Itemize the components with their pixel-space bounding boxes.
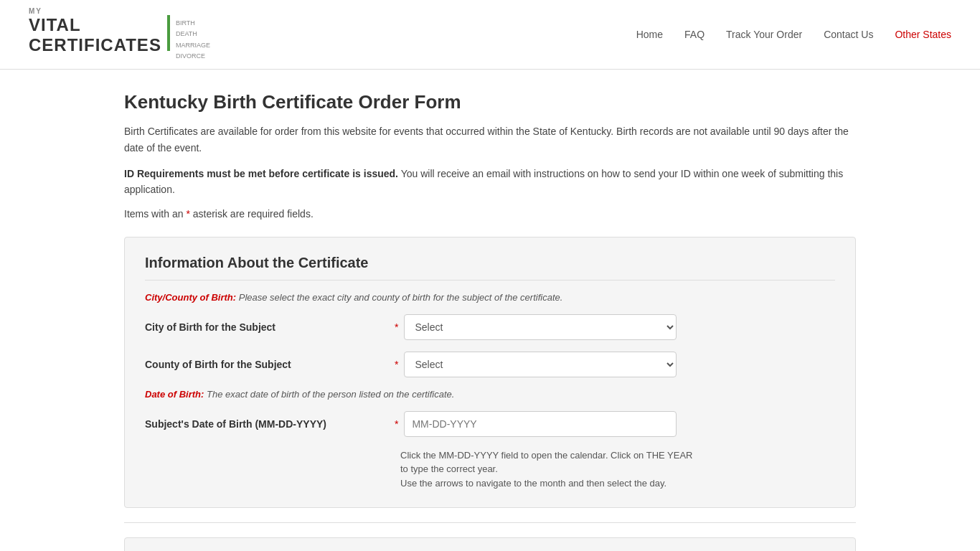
nav-contact-us[interactable]: Contact Us	[824, 29, 873, 40]
nav-faq[interactable]: FAQ	[684, 29, 705, 40]
dob-required-star: *	[395, 418, 398, 430]
section1-title: Information About the Certificate	[145, 255, 835, 281]
required-note: Items with an * asterisk are required fi…	[124, 208, 856, 220]
county-field-label: County of Birth for the Subject	[145, 359, 389, 370]
dob-label: Date of Birth:	[145, 389, 204, 400]
county-birth-row: County of Birth for the Subject * Select	[145, 352, 835, 377]
nav-track-order[interactable]: Track Your Order	[726, 29, 802, 40]
city-county-note: City/County of Birth: Please select the …	[145, 292, 835, 303]
required-note-before: Items with an	[124, 208, 186, 220]
city-birth-row: City of Birth for the Subject * Select	[145, 314, 835, 340]
county-birth-select[interactable]: Select	[404, 352, 677, 377]
city-required-star: *	[395, 321, 398, 333]
section-divider	[124, 522, 856, 523]
dob-row: Subject's Date of Birth (MM-DD-YYYY) *	[145, 411, 835, 437]
id-req-bold: ID Requirements must be met before certi…	[124, 168, 398, 179]
city-field-label: City of Birth for the Subject	[145, 321, 389, 333]
dob-helper: Click the MM-DD-YYYY field to open the c…	[400, 448, 702, 491]
main-content: Kentucky Birth Certificate Order Form Bi…	[95, 91, 885, 551]
dob-field-label: Subject's Date of Birth (MM-DD-YYYY)	[145, 418, 389, 430]
city-county-note-text: Please select the exact city and county …	[239, 292, 563, 303]
nav-home[interactable]: Home	[636, 29, 663, 40]
logo-certificates-text: CERTIFICATES	[29, 35, 161, 55]
city-county-label: City/County of Birth:	[145, 292, 236, 303]
header: MY VITAL CERTIFICATES BIRTH DEATH MARRIA…	[0, 0, 980, 70]
page-title: Kentucky Birth Certificate Order Form	[124, 91, 856, 113]
id-requirements: ID Requirements must be met before certi…	[124, 166, 856, 198]
county-required-star: *	[395, 359, 398, 370]
city-birth-select[interactable]: Select	[404, 314, 677, 340]
required-note-after: asterisk are required fields.	[190, 208, 314, 220]
logo-my: MY	[29, 7, 210, 15]
logo: MY VITAL CERTIFICATES BIRTH DEATH MARRIA…	[29, 7, 210, 62]
main-nav: Home FAQ Track Your Order Contact Us Oth…	[636, 29, 951, 40]
logo-divider	[167, 15, 170, 51]
dob-note-text: The exact date of birth of the person li…	[207, 389, 454, 400]
logo-subtitle: BIRTH DEATH MARRIAGE DIVORCE	[176, 15, 210, 62]
dob-note: Date of Birth: The exact date of birth o…	[145, 389, 835, 400]
form-section-requestor: Information About the Requestor	[124, 537, 856, 551]
dob-helper1: Click the MM-DD-YYYY field to open the c…	[400, 450, 693, 475]
nav-other-states[interactable]: Other States	[895, 29, 951, 40]
dob-helper2: Use the arrows to navigate to the month …	[400, 478, 666, 489]
logo-vital-cert: VITAL CERTIFICATES	[29, 15, 161, 55]
dob-input[interactable]	[404, 411, 677, 437]
logo-vital-text: VITAL	[29, 15, 81, 34]
page-description: Birth Certificates are available for ord…	[124, 123, 856, 156]
form-section-certificate: Information About the Certificate City/C…	[124, 237, 856, 509]
logo-text-block: MY VITAL CERTIFICATES BIRTH DEATH MARRIA…	[29, 7, 210, 62]
